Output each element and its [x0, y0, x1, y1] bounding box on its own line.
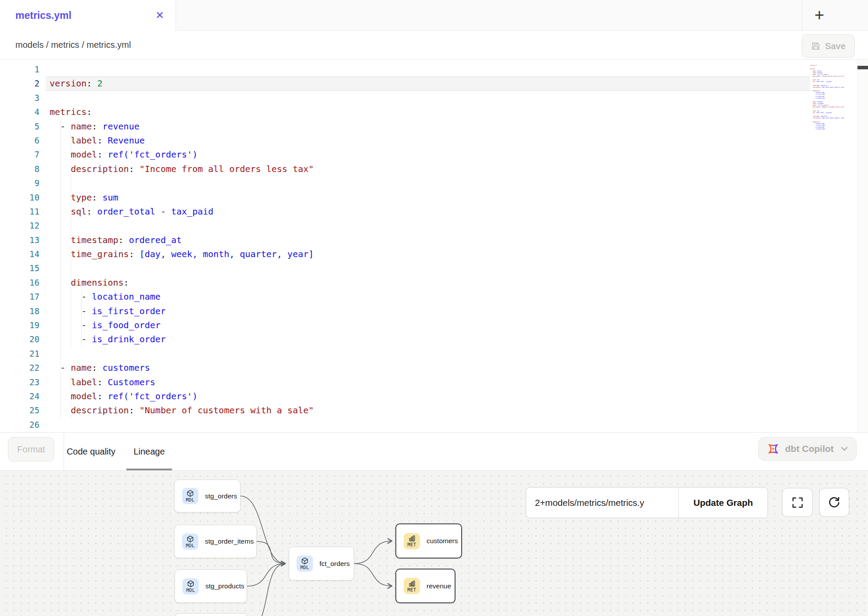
line-number: 16	[0, 276, 39, 290]
cube-icon	[187, 490, 194, 497]
dbt-copilot-button[interactable]: dbt Copilot	[758, 437, 857, 461]
line-number: 10	[0, 190, 39, 204]
line-number: 25	[0, 403, 39, 417]
line-number: 14	[0, 247, 39, 261]
badge-label: MDL	[301, 565, 309, 570]
code-line-7[interactable]: model: ref('fct_orders')	[50, 147, 314, 161]
code-line-6[interactable]: label: Revenue	[50, 133, 314, 147]
tab-code-quality[interactable]: Code quality	[61, 433, 121, 470]
code-line-10[interactable]: type: sum	[50, 190, 314, 204]
model-badge: MDL	[182, 534, 198, 550]
lineage-node-customers[interactable]: METcustomers	[395, 523, 462, 559]
line-number: 23	[0, 375, 39, 389]
lineage-node-stg_orders[interactable]: MDLstg_orders	[174, 480, 240, 512]
update-graph-button[interactable]: Update Graph	[679, 487, 768, 518]
node-label: stg_products	[205, 582, 244, 590]
line-number: 17	[0, 290, 39, 304]
badge-label: MDL	[187, 587, 195, 593]
line-number: 13	[0, 233, 39, 247]
code-line-22[interactable]: - name: customers	[50, 361, 314, 375]
file-header: models / metrics / metrics.yml Save	[0, 31, 868, 60]
code-line-25[interactable]: description: "Number of customers with a…	[50, 403, 314, 417]
code-line-26[interactable]	[50, 418, 314, 432]
save-icon	[811, 41, 821, 51]
lineage-node-revenue[interactable]: METrevenue	[395, 569, 456, 603]
scrollbar-track[interactable]	[857, 60, 868, 432]
line-number: 2	[0, 76, 39, 90]
model-badge: MDL	[297, 555, 313, 572]
code-editor[interactable]: 1234567891011121314151617181920212223242…	[0, 60, 868, 432]
code-line-2[interactable]: version: 2	[50, 76, 314, 90]
code-line-21[interactable]	[50, 347, 314, 361]
code-line-1[interactable]	[50, 62, 314, 76]
lineage-node-stg_partial[interactable]: MDL	[175, 613, 248, 616]
lineage-node-stg_products[interactable]: MDLstg_products	[175, 569, 247, 603]
dbt-copilot-label: dbt Copilot	[785, 444, 834, 454]
code-line-17[interactable]: - location_name	[50, 290, 314, 304]
new-tab-button[interactable]: +	[802, 0, 868, 31]
code-line-8[interactable]: description: "Income from all orders les…	[50, 162, 314, 176]
line-number: 22	[0, 361, 39, 375]
code-line-5[interactable]: - name: revenue	[50, 119, 314, 133]
ide-window: metrics.yml ✕ + models / metrics / metri…	[0, 0, 868, 616]
node-label: revenue	[427, 582, 451, 590]
model-badge: MDL	[182, 488, 198, 504]
badge-label: MET	[408, 587, 416, 592]
minimap[interactable]: version: 2metrics: - name: revenue label…	[810, 63, 857, 159]
line-number: 12	[0, 218, 39, 233]
code-line-12[interactable]	[50, 218, 314, 233]
format-button[interactable]: Format	[8, 437, 54, 462]
line-number: 15	[0, 261, 39, 275]
scrollbar-thumb[interactable]	[857, 66, 868, 69]
dbt-copilot-icon	[767, 442, 780, 455]
code-line-14[interactable]: time_grains: [day, week, month, quarter,…	[50, 247, 314, 261]
code-line-16[interactable]: dimensions:	[50, 276, 314, 290]
model-badge: MDL	[183, 578, 199, 595]
panel-toolbar: Format Code quality Lineage dbt Copilot	[0, 432, 868, 471]
fullscreen-button[interactable]	[782, 488, 813, 517]
node-selector-input[interactable]	[526, 487, 678, 518]
refresh-icon	[828, 496, 841, 509]
line-number-gutter: 1234567891011121314151617181920212223242…	[0, 62, 39, 432]
code-line-24[interactable]: model: ref('fct_orders')	[50, 389, 314, 403]
line-number: 6	[0, 133, 39, 147]
code-line-18[interactable]: - is_first_order	[50, 304, 314, 318]
code-line-15[interactable]	[50, 261, 314, 275]
code-content[interactable]: version: 2metrics: - name: revenue label…	[50, 62, 314, 432]
line-number: 9	[0, 176, 39, 190]
line-number: 4	[0, 105, 39, 119]
code-line-9[interactable]	[50, 176, 314, 190]
lineage-node-fct_orders[interactable]: MDLfct_orders	[289, 547, 354, 580]
line-number: 8	[0, 162, 39, 176]
close-icon[interactable]: ✕	[149, 0, 170, 31]
lineage-graph-canvas[interactable]: MDLstg_orders MDLstg_order_items MDLstg_…	[0, 471, 868, 616]
bar-chart-icon	[409, 580, 416, 587]
refresh-button[interactable]	[819, 488, 849, 517]
code-line-11[interactable]: sql: order_total - tax_paid	[50, 204, 314, 218]
line-number: 24	[0, 389, 39, 403]
code-line-4[interactable]: metrics:	[50, 105, 314, 119]
active-tab-indicator	[126, 469, 172, 470]
fullscreen-icon	[792, 497, 803, 509]
line-number: 5	[0, 119, 39, 133]
chevron-down-icon	[840, 446, 848, 451]
graph-controls: Update Graph	[526, 487, 768, 518]
save-button[interactable]: Save	[802, 34, 855, 58]
line-number: 26	[0, 418, 39, 432]
tab-bar	[176, 0, 802, 31]
node-label: fct_orders	[319, 560, 350, 568]
tab-title: metrics.yml	[15, 10, 72, 21]
lineage-node-stg_order_items[interactable]: MDLstg_order_items	[174, 525, 257, 558]
tab-lineage[interactable]: Lineage	[126, 433, 172, 470]
code-line-13[interactable]: timestamp: ordered_at	[50, 233, 314, 247]
code-line-20[interactable]: - is_drink_order	[50, 332, 314, 346]
node-label: stg_orders	[205, 492, 237, 500]
cube-icon	[187, 535, 194, 543]
line-number: 11	[0, 204, 39, 218]
cube-icon	[301, 557, 308, 565]
code-line-19[interactable]: - is_food_order	[50, 318, 314, 332]
line-number: 18	[0, 304, 39, 318]
code-line-23[interactable]: label: Customers	[50, 375, 314, 389]
badge-label: MET	[408, 542, 416, 547]
code-line-3[interactable]	[50, 91, 314, 105]
